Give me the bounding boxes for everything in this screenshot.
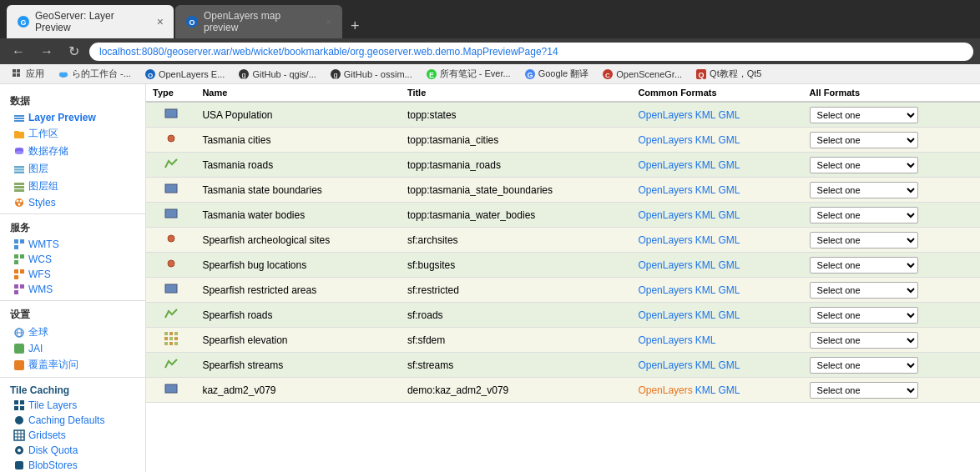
layer-link-gml[interactable]: GML <box>718 309 740 321</box>
layer-format-select-cell: Select oneSelectWMSKMLGeoJSONGML <box>803 378 980 403</box>
layer-link-kml[interactable]: KML <box>695 384 716 396</box>
layer-link-kml[interactable]: KML <box>695 259 716 271</box>
svg-rect-86 <box>164 342 168 345</box>
sidebar-item-datastore[interactable]: 数据存储 <box>0 143 145 160</box>
layer-link-openlayers[interactable]: OpenLayers <box>638 109 692 121</box>
layer-link-gml[interactable]: GML <box>718 159 740 171</box>
layer-format-dropdown[interactable]: Select oneSelectWMSKMLGeoJSONGML <box>810 182 918 198</box>
layer-link-kml[interactable]: KML <box>695 109 716 121</box>
layer-link-openlayers[interactable]: OpenLayers <box>638 309 692 321</box>
layer-workspace: topp:tasmania_water_bodies <box>401 203 632 228</box>
layer-link-openlayers[interactable]: OpenLayers <box>638 384 692 396</box>
layer-format-dropdown[interactable]: Select oneSelectWMSKMLGeoJSONGML <box>810 232 918 249</box>
bookmark-openlayers[interactable]: O OpenLayers E... <box>139 67 230 82</box>
bookmark-apps[interactable]: 应用 <box>7 66 49 82</box>
tab-close-button[interactable]: × <box>157 15 164 28</box>
layer-link-kml[interactable]: KML <box>695 159 716 171</box>
layer-link-openlayers[interactable]: OpenLayers <box>638 259 692 271</box>
svg-rect-62 <box>14 406 18 410</box>
layer-link-gml[interactable]: GML <box>718 184 740 196</box>
tab-geoserver[interactable]: G GeoServer: Layer Preview × <box>7 5 174 38</box>
layer-format-dropdown[interactable]: Select oneSelectWMSKMLGeoJSONGML <box>810 332 918 349</box>
layer-link-openlayers[interactable]: OpenLayers <box>638 359 692 371</box>
sidebar-item-global[interactable]: 全球 <box>0 324 145 341</box>
layer-link-kml[interactable]: KML <box>695 134 716 146</box>
layer-links: OpenLayersKMLGML <box>631 102 802 128</box>
reload-button[interactable]: ↻ <box>63 42 84 61</box>
layer-link-kml[interactable]: KML <box>695 334 716 346</box>
sidebar-item-wcs[interactable]: WCS <box>0 252 145 267</box>
layer-link-gml[interactable]: GML <box>718 109 740 121</box>
layer-link-gml[interactable]: GML <box>718 209 740 221</box>
layer-link-openlayers[interactable]: OpenLayers <box>638 184 692 196</box>
layer-link-gml[interactable]: GML <box>718 259 740 271</box>
sidebar-item-blobstores[interactable]: BlobStores <box>0 458 145 472</box>
layer-link-openlayers[interactable]: OpenLayers <box>638 334 692 346</box>
svg-rect-26 <box>14 118 24 119</box>
layer-link-openlayers[interactable]: OpenLayers <box>638 284 692 296</box>
bookmark-google-translate[interactable]: G Google 翻译 <box>519 66 594 82</box>
layer-format-dropdown[interactable]: Select oneSelectWMSKMLGeoJSONGML <box>810 107 918 123</box>
col-all-formats: All Formats <box>803 84 980 102</box>
bookmark-evernote[interactable]: E 所有笔记 - Ever... <box>421 66 516 82</box>
layer-name: Tasmania state boundaries <box>195 178 400 203</box>
address-input[interactable] <box>89 43 973 61</box>
sidebar-item-styles[interactable]: Styles <box>0 195 145 210</box>
sidebar-item-caching-defaults[interactable]: Caching Defaults <box>0 413 145 428</box>
sidebar-item-jai-label: JAI <box>28 343 43 354</box>
layer-format-dropdown[interactable]: Select oneSelectWMSKMLGeoJSONGML <box>810 357 918 374</box>
sidebar-item-workspace[interactable]: 工作区 <box>0 125 145 143</box>
layer-link-gml[interactable]: GML <box>718 234 740 246</box>
back-button[interactable]: ← <box>7 43 30 61</box>
sidebar-item-tile-layers[interactable]: Tile Layers <box>0 398 145 413</box>
layer-link-openlayers[interactable]: OpenLayers <box>638 159 692 171</box>
layer-format-dropdown[interactable]: Select oneSelectWMSKMLGeoJSONGML <box>810 157 918 173</box>
layer-link-gml[interactable]: GML <box>718 384 740 396</box>
sidebar-item-layers[interactable]: 图层 <box>0 160 145 178</box>
sidebar-item-layer-preview[interactable]: Layer Preview <box>0 110 145 125</box>
layer-type-icon <box>146 128 195 153</box>
layer-link-kml[interactable]: KML <box>695 309 716 321</box>
layer-format-dropdown[interactable]: Select oneSelectWMSKMLGeoJSONGML <box>810 282 918 299</box>
sidebar-item-jai[interactable]: JAI <box>0 341 145 356</box>
layer-format-dropdown[interactable]: Select oneSelectWMSKMLGeoJSONGML <box>810 307 918 324</box>
layer-link-gml[interactable]: GML <box>718 284 740 296</box>
layer-link-kml[interactable]: KML <box>695 184 716 196</box>
layer-type-icon <box>146 278 195 303</box>
new-tab-button[interactable]: + <box>344 14 366 38</box>
layer-link-gml[interactable]: GML <box>718 359 740 371</box>
layer-link-openlayers[interactable]: OpenLayers <box>638 234 692 246</box>
sidebar-item-wfs[interactable]: WFS <box>0 267 145 282</box>
layer-link-openlayers[interactable]: OpenLayers <box>638 209 692 221</box>
layer-link-gml[interactable]: GML <box>718 134 740 146</box>
bookmark-github-ossim[interactable]: g GitHub - ossim... <box>325 67 417 82</box>
layer-format-dropdown[interactable]: Select oneSelectWMSKMLGeoJSONGML <box>810 207 918 223</box>
layer-link-openlayers[interactable]: OpenLayers <box>638 134 692 146</box>
layer-links: OpenLayersKMLGML <box>631 228 802 253</box>
layer-links: OpenLayersKMLGML <box>631 153 802 178</box>
forward-button[interactable]: → <box>35 43 58 61</box>
bookmark-qt[interactable]: Q Qt教程，Qt5 <box>690 66 766 82</box>
bookmark-github-qgis[interactable]: g GitHub - qgis/... <box>233 67 321 82</box>
bookmark-workspace[interactable]: ら的工作台 -... <box>53 66 136 82</box>
sidebar-item-layergroups[interactable]: 图层组 <box>0 178 145 195</box>
sidebar-item-disk-quota[interactable]: Disk Quota <box>0 443 145 458</box>
sidebar-item-wms[interactable]: WMS <box>0 282 145 297</box>
col-name: Name <box>195 84 400 102</box>
layer-format-dropdown[interactable]: Select oneSelectWMSKMLGeoJSONGML <box>810 132 918 148</box>
table-row: Tasmania water bodiestopp:tasmania_water… <box>146 203 980 228</box>
layer-link-kml[interactable]: KML <box>695 209 716 221</box>
bookmark-osg[interactable]: C OpenSceneGr... <box>597 67 687 82</box>
layer-format-dropdown[interactable]: Select oneSelectWMSKMLGeoJSONGML <box>810 257 918 274</box>
layer-workspace: sf:roads <box>401 303 632 328</box>
sidebar-item-coverage[interactable]: 覆盖率访问 <box>0 356 145 374</box>
tab-openlayers[interactable]: O OpenLayers map preview × <box>175 5 342 38</box>
tab-close-button-2[interactable]: × <box>326 15 332 28</box>
sidebar-item-gridsets[interactable]: Gridsets <box>0 428 145 443</box>
layer-link-kml[interactable]: KML <box>695 359 716 371</box>
layer-format-dropdown[interactable]: Select oneSelectWMSKMLGeoJSONGML <box>810 382 918 399</box>
layer-link-kml[interactable]: KML <box>695 234 716 246</box>
sidebar-item-wmts[interactable]: WMTS <box>0 237 145 252</box>
svg-rect-44 <box>20 239 24 244</box>
layer-link-kml[interactable]: KML <box>695 284 716 296</box>
